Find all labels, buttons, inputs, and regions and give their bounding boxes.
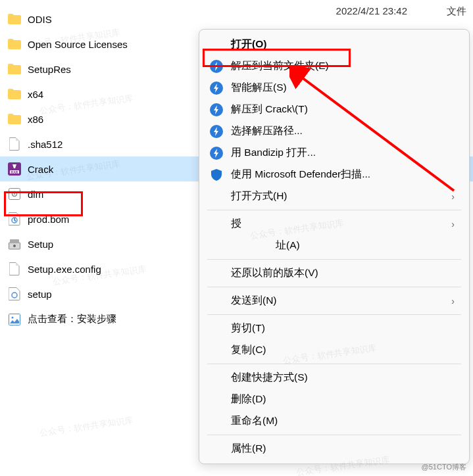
file-name: x64 [28, 89, 43, 100]
menu-separator [207, 364, 461, 364]
file-name: SetupRes [28, 64, 71, 75]
menu-label: 剪切(T) [231, 321, 459, 335]
folder-icon [8, 13, 21, 25]
bom-icon [8, 288, 21, 300]
blank-icon [210, 267, 223, 280]
svg-point-5 [14, 193, 15, 195]
blank-icon [210, 371, 223, 385]
archive-icon: RAR [8, 163, 21, 175]
menu-delete[interactable]: 删除(D) [199, 389, 469, 410]
file-name: dlm [28, 189, 43, 200]
folder-icon [8, 113, 21, 125]
file-name: Setup [28, 239, 53, 250]
setup-icon [8, 238, 21, 250]
menu-label: 还原以前的版本(V) [231, 266, 459, 280]
svg-text:RAR: RAR [11, 170, 18, 174]
date-text: 2022/4/21 23:42 [336, 5, 407, 18]
menu-cut[interactable]: 剪切(T) [199, 318, 469, 339]
menu-extract-here[interactable]: 解压到当前文件夹(E) [199, 55, 469, 77]
menu-open[interactable]: 打开(O) [199, 34, 469, 55]
menu-copy[interactable]: 复制(C) [199, 339, 469, 361]
menu-defender[interactable]: 使用 Microsoft Defender扫描... [199, 164, 469, 185]
blank-icon [210, 295, 223, 308]
bandizip-lightning-icon [210, 82, 223, 95]
menu-extract-to-crack[interactable]: 解压到 Crack\(T) [199, 99, 469, 120]
menu-separator [207, 287, 461, 287]
document-icon [8, 263, 21, 275]
menu-pin[interactable]: 址(A) [199, 235, 469, 256]
menu-separator [207, 259, 461, 260]
bandizip-lightning-icon [210, 125, 223, 138]
bandizip-lightning-icon [210, 147, 223, 160]
defender-shield-icon [210, 168, 223, 181]
blank-icon [210, 239, 223, 252]
blank-icon [210, 322, 223, 335]
menu-open-bandizip[interactable]: 用 Bandizip 打开... [199, 142, 469, 164]
menu-rename[interactable]: 重命名(M) [199, 410, 469, 432]
menu-separator [207, 435, 461, 435]
file-name: 点击查看：安装步骤 [28, 313, 116, 325]
menu-label: 智能解压(S) [231, 81, 459, 95]
blank-icon [210, 218, 223, 231]
bom-icon [8, 213, 21, 225]
menu-label: 址(A) [231, 239, 459, 252]
menu-label: 重命名(M) [231, 414, 459, 428]
menu-label: 创建快捷方式(S) [231, 371, 459, 385]
blank-icon [210, 190, 223, 203]
menu-label: 解压到当前文件夹(E) [231, 59, 459, 73]
menu-properties[interactable]: 属性(R) [199, 438, 469, 460]
header-row: 2022/4/21 23:42 文件 [336, 5, 466, 18]
type-col: 文件 [447, 5, 466, 18]
menu-label: 删除(D) [231, 393, 459, 406]
menu-restore[interactable]: 还原以前的版本(V) [199, 262, 469, 284]
folder-icon [8, 88, 21, 100]
folder-icon [8, 38, 21, 50]
menu-open-with[interactable]: 打开方式(H)› [199, 185, 469, 207]
file-name: .sha512 [28, 139, 62, 150]
file-name: prod.bom [28, 214, 69, 225]
blank-icon [210, 38, 223, 51]
chevron-right-icon: › [451, 296, 455, 306]
menu-choose-path[interactable]: 选择解压路径... [199, 120, 469, 142]
file-name: Setup.exe.config [28, 264, 101, 275]
bandizip-lightning-icon [210, 103, 223, 116]
watermark: 公众号：软件共享知识库 [39, 414, 134, 439]
blank-icon [210, 393, 223, 406]
folder-icon [8, 63, 21, 75]
menu-label: 属性(R) [231, 442, 459, 456]
svg-point-12 [12, 316, 14, 318]
document-icon [8, 138, 21, 150]
file-name: setup [28, 289, 52, 300]
file-name: Crack [28, 164, 53, 175]
svg-point-9 [13, 245, 16, 247]
menu-shortcut[interactable]: 创建快捷方式(S) [199, 367, 469, 389]
chevron-right-icon: › [451, 191, 455, 202]
image-icon [8, 314, 21, 325]
svg-rect-8 [10, 239, 19, 243]
menu-separator [207, 314, 461, 315]
menu-smart-extract[interactable]: 智能解压(S) [199, 77, 469, 99]
menu-label: 发送到(N) [231, 294, 443, 308]
bandizip-lightning-icon [210, 60, 223, 73]
menu-label: 解压到 Crack\(T) [231, 103, 459, 116]
menu-label: 复制(C) [231, 343, 459, 357]
blank-icon [210, 442, 223, 456]
blank-icon [210, 344, 223, 357]
menu-grant-access[interactable]: 授› [199, 213, 469, 235]
chevron-right-icon: › [451, 219, 455, 229]
menu-label: 用 Bandizip 打开... [231, 146, 459, 160]
menu-label: 授 [231, 217, 443, 231]
credit-text: @51CTO博客 [422, 462, 466, 472]
menu-label: 使用 Microsoft Defender扫描... [231, 168, 459, 181]
file-name: Open Source Licenses [28, 39, 128, 50]
blank-icon [210, 415, 223, 428]
menu-label: 打开方式(H) [231, 189, 443, 203]
menu-separator [207, 210, 461, 210]
menu-label: 选择解压路径... [231, 124, 459, 138]
config-icon [8, 188, 21, 200]
menu-label: 打开(O) [231, 37, 459, 51]
context-menu: 打开(O) 解压到当前文件夹(E) 智能解压(S) 解压到 Crack\(T) … [199, 29, 470, 464]
file-name: ODIS [28, 14, 52, 25]
file-name: x86 [28, 114, 43, 125]
menu-send-to[interactable]: 发送到(N)› [199, 290, 469, 312]
